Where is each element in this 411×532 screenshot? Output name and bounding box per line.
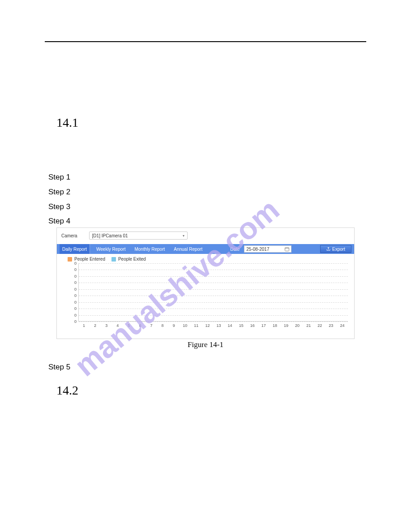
section-14-1-heading: 14.1 — [56, 116, 78, 130]
legend-exited-swatch — [111, 257, 116, 262]
figure-caption: Figure 14-1 — [56, 340, 355, 349]
chart-gridline — [79, 283, 348, 283]
chart-x-tick: 16 — [250, 323, 255, 328]
chart-x-tick: 3 — [105, 323, 107, 328]
legend-exited-label: People Exited — [118, 257, 146, 262]
legend-entered: People Entered — [68, 257, 105, 262]
camera-row: Camera [D1] IPCamera 01 ▾ — [57, 228, 354, 244]
chart-legend: People Entered People Exited — [57, 254, 354, 262]
step-4-label: Step 4 — [48, 217, 70, 226]
chart-x-tick: 12 — [205, 323, 210, 328]
date-label: Date — [230, 247, 240, 252]
chart-y-tick: 0 — [74, 267, 77, 272]
chart-x-tick: 20 — [295, 323, 300, 328]
step-5-label: Step 5 — [48, 363, 70, 372]
chart-x-tick: 4 — [116, 323, 119, 328]
chart-y-tick: 0 — [74, 319, 77, 324]
chart-gridline — [79, 263, 348, 264]
chart-plot-area — [78, 263, 348, 322]
chart-y-tick: 0 — [74, 306, 77, 311]
step-1-label: Step 1 — [48, 173, 70, 182]
chart-gridline — [79, 309, 348, 309]
tab-annual-report[interactable]: Annual Report — [171, 244, 205, 254]
tab-daily-report[interactable]: Daily Report — [60, 244, 90, 254]
people-count-chart: 0000000000 12345678910111213141516171819… — [61, 263, 350, 334]
chevron-down-icon: ▾ — [183, 234, 184, 238]
export-button-label: Export — [332, 247, 345, 252]
svg-rect-0 — [285, 248, 289, 251]
legend-entered-label: People Entered — [74, 257, 105, 262]
camera-label: Camera — [61, 233, 77, 238]
chart-gridline — [79, 270, 348, 270]
legend-entered-swatch — [68, 257, 72, 262]
chart-gridline — [79, 289, 348, 290]
chart-x-tick: 23 — [329, 323, 333, 328]
section-14-2-heading: 14.2 — [56, 383, 78, 398]
chart-x-tick: 19 — [284, 323, 288, 328]
chart-y-axis-labels: 0000000000 — [70, 263, 77, 322]
chart-x-tick: 17 — [261, 323, 266, 328]
camera-select-value: [D1] IPCamera 01 — [92, 233, 128, 238]
chart-y-tick: 0 — [74, 313, 77, 317]
chart-x-tick: 14 — [228, 323, 232, 328]
chart-y-tick: 0 — [74, 293, 77, 298]
tab-monthly-report[interactable]: Monthly Report — [132, 244, 167, 254]
chart-x-tick: 1 — [83, 323, 85, 328]
chart-y-tick: 0 — [74, 261, 77, 266]
chart-x-tick: 18 — [273, 323, 277, 328]
chart-x-tick: 11 — [194, 323, 198, 328]
date-value: 25-08-2017 — [246, 247, 269, 252]
chart-y-tick: 0 — [74, 300, 77, 305]
chart-y-tick: 0 — [74, 274, 77, 279]
header-rule — [45, 41, 366, 42]
chart-x-tick: 21 — [306, 323, 311, 328]
chart-x-tick: 13 — [217, 323, 221, 328]
chart-x-tick: 5 — [128, 323, 130, 328]
chart-x-tick: 24 — [340, 323, 344, 328]
chart-x-axis-labels: 123456789101112131415161718192021222324 — [78, 323, 348, 331]
document-page: manualshive.com 14.1 Step 1 Step 2 Step … — [0, 0, 411, 532]
chart-x-tick: 9 — [173, 323, 175, 328]
chart-x-tick: 22 — [317, 323, 322, 328]
chart-gridline — [79, 296, 348, 296]
tab-weekly-report[interactable]: Weekly Report — [94, 244, 128, 254]
camera-select[interactable]: [D1] IPCamera 01 ▾ — [89, 232, 188, 240]
legend-exited: People Exited — [111, 257, 146, 262]
chart-x-tick: 7 — [150, 323, 153, 328]
chart-gridline — [79, 302, 348, 303]
report-tab-bar: Daily Report Weekly Report Monthly Repor… — [57, 244, 354, 254]
report-app-panel: Camera [D1] IPCamera 01 ▾ Daily Report W… — [56, 227, 355, 339]
chart-y-tick: 0 — [74, 287, 77, 292]
chart-x-tick: 8 — [162, 323, 164, 328]
chart-gridline — [79, 322, 348, 322]
export-icon — [326, 247, 330, 252]
chart-x-tick: 2 — [94, 323, 96, 328]
chart-gridline — [79, 276, 348, 277]
calendar-icon — [285, 247, 289, 251]
chart-x-tick: 15 — [239, 323, 244, 328]
step-3-label: Step 3 — [48, 202, 70, 211]
date-picker[interactable]: 25-08-2017 — [244, 245, 291, 253]
chart-x-tick: 10 — [183, 323, 187, 328]
chart-gridline — [79, 315, 348, 316]
figure-14-1: Camera [D1] IPCamera 01 ▾ Daily Report W… — [56, 227, 355, 349]
export-button[interactable]: Export — [320, 245, 351, 253]
step-2-label: Step 2 — [48, 188, 70, 197]
chart-x-tick: 6 — [139, 323, 141, 328]
chart-y-tick: 0 — [74, 280, 77, 285]
